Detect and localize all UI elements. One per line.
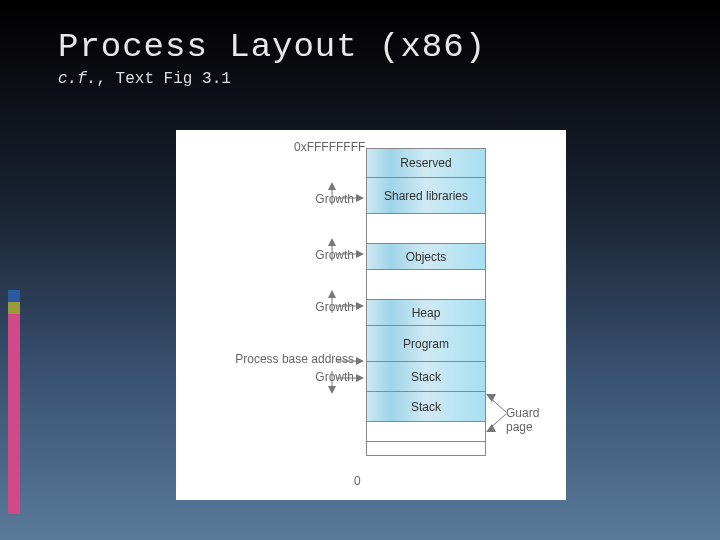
cell-stack-2: Stack: [366, 392, 486, 422]
cell-gap-3: [366, 422, 486, 442]
cell-objects: Objects: [366, 244, 486, 270]
guard-connector-icon: [488, 390, 538, 440]
slide-title: Process Layout (x86): [58, 28, 486, 66]
arrow-up-icon: [324, 180, 364, 210]
subtitle-rest: , Text Fig 3.1: [96, 70, 230, 88]
cell-gap-4: [366, 442, 486, 456]
arrow-up-icon: [324, 288, 364, 318]
arrow-right-icon: [336, 356, 366, 366]
cell-program: Program: [366, 326, 486, 362]
cell-shared-libraries: Shared libraries: [366, 178, 486, 214]
memory-stack: Reserved Shared libraries Objects Heap P…: [366, 148, 486, 456]
addr-top-label: 0xFFFFFFFF: [294, 140, 365, 154]
cell-reserved: Reserved: [366, 148, 486, 178]
title-block: Process Layout (x86) c.f., Text Fig 3.1: [58, 28, 486, 88]
accent-blue: [8, 290, 20, 302]
cell-stack-1: Stack: [366, 362, 486, 392]
cell-heap: Heap: [366, 300, 486, 326]
cell-gap-2: [366, 270, 486, 300]
accent-pink: [8, 314, 20, 514]
addr-bottom-label: 0: [354, 474, 361, 488]
subtitle-cf: c.f.: [58, 70, 96, 88]
arrow-up-icon: [324, 236, 364, 266]
accent-olive: [8, 302, 20, 314]
slide-subtitle: c.f., Text Fig 3.1: [58, 70, 486, 88]
diagram: 0xFFFFFFFF 0 Reserved Shared libraries O…: [176, 130, 566, 500]
arrow-down-icon: [324, 368, 364, 398]
accent-bar: [8, 290, 20, 514]
cell-gap-1: [366, 214, 486, 244]
